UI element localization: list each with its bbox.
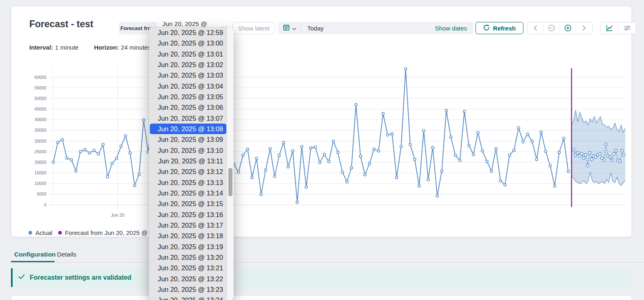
forecast-data-point: [609, 156, 611, 159]
horizon-value: 24 minutes: [121, 44, 151, 51]
actual-data-point: [124, 135, 127, 137]
actual-data-point: [129, 152, 131, 154]
show-latest-button[interactable]: Show latest: [232, 22, 275, 34]
dropdown-option[interactable]: Jun 20, 2025 @ 13:09: [150, 134, 226, 145]
forecast-data-point: [586, 164, 589, 167]
actual-data-point: [106, 176, 109, 178]
forecast-panel: Forecast - test Interval:1 minute Horizo…: [11, 6, 632, 237]
chart-view-button[interactable]: [601, 22, 618, 34]
actual-data-point: [341, 171, 344, 173]
actual-data-point: [309, 147, 312, 149]
dropdown-option[interactable]: Jun 20, 2025 @ 13:15: [150, 198, 226, 209]
actual-data-point: [432, 146, 434, 149]
legend-item-forecast[interactable]: Forecast from Jun 20, 2025 @ 14:52: [58, 229, 165, 236]
dropdown-option[interactable]: Jun 20, 2025 @ 13:18: [150, 230, 226, 241]
zoom-in-button[interactable]: [560, 22, 576, 34]
actual-data-point: [554, 185, 556, 187]
forecast-data-point: [602, 159, 605, 162]
legend-item-actual[interactable]: Actual: [28, 229, 53, 236]
refresh-button[interactable]: Refresh: [475, 22, 524, 34]
actual-series-line: [53, 69, 568, 202]
settings-sliders-icon-button[interactable]: [618, 22, 636, 34]
actual-data-point: [319, 161, 321, 164]
pan-right-button[interactable]: [576, 22, 592, 34]
dropdown-option[interactable]: Jun 20, 2025 @ 13:22: [150, 274, 226, 284]
actual-data-point: [440, 170, 443, 172]
actual-data-point: [66, 157, 68, 159]
dropdown-scrollbar[interactable]: [227, 27, 234, 300]
show-dates-button[interactable]: Show dates: [435, 25, 473, 32]
dropdown-scrollbar-thumb[interactable]: [228, 168, 232, 196]
y-axis-tick-label: 50000: [35, 96, 46, 101]
actual-data-point: [436, 195, 438, 197]
legend-actual-label: Actual: [35, 229, 53, 236]
actual-data-point: [111, 162, 113, 165]
pan-left-button[interactable]: [527, 22, 543, 34]
forecast-data-point: [584, 154, 587, 157]
actual-data-point: [382, 112, 384, 115]
y-axis-tick-label: 15000: [35, 170, 46, 175]
dropdown-option[interactable]: Jun 20, 2025 @ 13:21: [150, 263, 226, 273]
tab-configuration[interactable]: Configuration: [14, 248, 56, 261]
actual-data-point: [404, 67, 407, 70]
actual-data-point: [138, 173, 140, 176]
actual-data-point: [246, 148, 249, 150]
validation-callout: Forecaster settings are validated: [11, 268, 632, 287]
dropdown-option[interactable]: Jun 20, 2025 @ 13:07: [150, 113, 226, 124]
view-toggle-group: [600, 22, 636, 34]
actual-data-point: [61, 138, 64, 141]
dropdown-option[interactable]: Jun 20, 2025 @ 13:00: [150, 38, 226, 48]
actual-data-point: [264, 169, 267, 171]
actual-data-point: [255, 157, 258, 159]
dropdown-option[interactable]: Jun 20, 2025 @ 13:11: [150, 156, 226, 166]
dropdown-option[interactable]: Jun 20, 2025 @ 13:03: [150, 70, 226, 80]
actual-data-point: [332, 140, 335, 142]
actual-data-point: [567, 170, 570, 172]
refresh-label: Refresh: [493, 25, 516, 32]
actual-data-point: [377, 150, 380, 152]
dropdown-option[interactable]: Jun 20, 2025 @ 13:01: [150, 49, 226, 59]
dropdown-option[interactable]: Jun 20, 2025 @ 13:05: [150, 91, 226, 102]
actual-data-point: [274, 175, 276, 178]
dropdown-option[interactable]: Jun 20, 2025 @ 13:02: [150, 59, 226, 70]
zoom-out-button[interactable]: [543, 22, 560, 34]
actual-data-point: [535, 158, 538, 161]
tab-divider: [11, 262, 644, 263]
forecast-data-point: [590, 158, 593, 161]
dropdown-option[interactable]: Jun 20, 2025 @ 13:24: [150, 295, 226, 300]
forecast-data-point: [582, 157, 585, 159]
dropdown-option[interactable]: Jun 20, 2025 @ 13:23: [150, 284, 226, 295]
dropdown-option[interactable]: Jun 20, 2025 @ 13:14: [150, 188, 226, 198]
dropdown-option[interactable]: Jun 20, 2025 @ 13:04: [150, 81, 226, 91]
y-axis-tick-label: 0: [44, 202, 46, 207]
forecast-data-point: [588, 151, 591, 154]
actual-data-point: [549, 165, 551, 167]
actual-data-point: [337, 151, 339, 154]
actual-data-point: [522, 140, 524, 143]
date-range-display[interactable]: Today: [301, 25, 324, 32]
actual-data-point: [499, 179, 502, 182]
actual-data-point: [477, 131, 479, 134]
dropdown-option[interactable]: Jun 20, 2025 @ 13:08: [150, 124, 226, 134]
dropdown-option[interactable]: Jun 20, 2025 @ 13:19: [150, 241, 226, 252]
actual-data-point: [323, 153, 326, 156]
dropdown-option[interactable]: Jun 20, 2025 @ 13:06: [150, 102, 226, 113]
actual-data-point: [395, 176, 398, 178]
actual-data-point: [102, 143, 104, 146]
dropdown-option[interactable]: Jun 20, 2025 @ 13:12: [150, 166, 226, 177]
dropdown-option[interactable]: Jun 20, 2025 @ 13:10: [150, 145, 226, 156]
tab-details[interactable]: Details: [57, 248, 76, 261]
actual-data-point: [115, 157, 118, 159]
actual-data-point: [423, 129, 425, 132]
y-axis-tick-label: 25000: [35, 149, 46, 154]
dropdown-option[interactable]: Jun 20, 2025 @ 13:16: [150, 209, 226, 220]
actual-data-point: [495, 148, 497, 150]
forecast-data-point: [605, 143, 607, 146]
dropdown-option[interactable]: Jun 20, 2025 @ 13:20: [150, 252, 226, 263]
dropdown-option[interactable]: Jun 20, 2025 @ 13:13: [150, 177, 226, 188]
quick-select-button[interactable]: [278, 22, 300, 34]
actual-data-point: [237, 171, 240, 173]
dropdown-option[interactable]: Jun 20, 2025 @ 12:59: [150, 27, 226, 38]
dropdown-option[interactable]: Jun 20, 2025 @ 13:17: [150, 220, 226, 230]
actual-data-point: [427, 178, 429, 181]
